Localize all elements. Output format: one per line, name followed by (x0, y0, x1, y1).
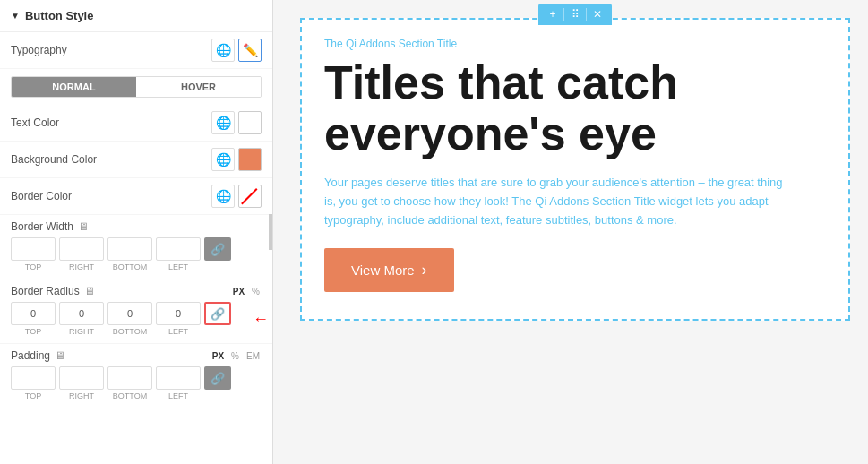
add-widget-btn[interactable]: + (544, 6, 562, 22)
px-unit-btn[interactable]: PX (231, 286, 246, 297)
border-radius-inputs: 🔗 (11, 302, 262, 325)
border-width-top[interactable] (11, 237, 56, 261)
border-color-row: Border Color 🌐 (0, 178, 272, 215)
border-width-section: Border Width 🖥 🔗 TOP RIGHT BOTTOM LEFT (0, 215, 272, 279)
collapse-arrow-icon[interactable]: ▼ (11, 11, 20, 21)
em-unit-pad[interactable]: EM (245, 350, 262, 362)
padding-top[interactable] (11, 366, 56, 390)
border-radius-label: Border Radius (11, 285, 80, 297)
widget-toolbar: + ⠿ ✕ (538, 4, 612, 25)
border-width-bottom[interactable] (107, 237, 152, 261)
border-width-right[interactable] (59, 237, 104, 261)
border-radius-top[interactable] (11, 302, 56, 325)
padding-section: Padding 🖥 PX % EM 🔗 TOP RIGHT BOTTOM LEF… (0, 344, 272, 408)
qi-section-label: The Qi Addons Section Title (324, 38, 826, 50)
padding-link-btn[interactable]: 🔗 (204, 366, 231, 390)
padding-label: Padding (11, 349, 50, 362)
border-color-controls: 🌐 (211, 185, 262, 208)
padding-units: PX % EM (211, 350, 262, 362)
percent-unit-btn[interactable]: % (250, 286, 262, 297)
monitor-icon-pad: 🖥 (55, 349, 65, 362)
view-more-label: View More (351, 262, 415, 278)
border-radius-bottom[interactable] (107, 302, 152, 325)
border-radius-labels: TOP RIGHT BOTTOM LEFT (11, 327, 262, 336)
left-label-bw: LEFT (156, 262, 201, 271)
normal-hover-tabs: NORMAL HOVER (11, 76, 262, 98)
section-title: Button Style (25, 9, 94, 22)
right-label-pad: RIGHT (59, 391, 104, 400)
main-title: Titles that catch everyone's eye (324, 57, 826, 159)
border-width-left[interactable] (156, 237, 201, 261)
percent-unit-pad[interactable]: % (229, 350, 241, 362)
border-radius-section: Border Radius 🖥 PX % 🔗 TOP RIGHT BOTTOM … (0, 279, 272, 344)
monitor-icon-br: 🖥 (84, 285, 95, 297)
background-color-label: Background Color (11, 153, 97, 166)
globe-icon-border[interactable]: 🌐 (211, 185, 235, 208)
close-widget-btn[interactable]: ✕ (589, 6, 606, 22)
border-color-swatch[interactable] (238, 185, 262, 208)
padding-header: Padding 🖥 PX % EM (11, 349, 262, 362)
widget-container: + ⠿ ✕ The Qi Addons Section Title Titles… (300, 18, 850, 321)
typography-label: Typography (11, 44, 67, 56)
text-color-label: Text Color (11, 116, 59, 129)
background-color-controls: 🌐 (211, 148, 262, 171)
text-color-controls: 🌐 (211, 111, 262, 134)
bottom-label-pad: BOTTOM (107, 391, 152, 400)
padding-inputs: 🔗 (11, 366, 262, 390)
padding-bottom[interactable] (107, 366, 152, 390)
border-width-inputs: 🔗 (11, 237, 262, 261)
text-color-swatch[interactable] (238, 111, 262, 134)
padding-left[interactable] (156, 366, 201, 390)
bottom-label-bw: BOTTOM (107, 262, 152, 271)
border-width-link-btn[interactable]: 🔗 (204, 237, 231, 261)
right-panel: + ⠿ ✕ The Qi Addons Section Title Titles… (273, 0, 868, 464)
view-more-arrow: › (422, 261, 427, 279)
right-label-br: RIGHT (59, 327, 104, 336)
typography-row: Typography 🌐 ✏️ (0, 32, 272, 69)
border-radius-units: PX % (231, 286, 262, 297)
px-unit-pad[interactable]: PX (211, 350, 226, 362)
text-color-row: Text Color 🌐 (0, 105, 272, 142)
top-label-bw: TOP (11, 262, 56, 271)
globe-icon-typography[interactable]: 🌐 (211, 39, 235, 62)
border-radius-left[interactable] (156, 302, 201, 325)
left-label-pad: LEFT (156, 391, 201, 400)
bottom-label-br: BOTTOM (107, 327, 152, 336)
padding-right[interactable] (59, 366, 104, 390)
top-label-pad: TOP (11, 391, 56, 400)
background-color-swatch[interactable] (238, 148, 262, 171)
toolbar-divider-2 (586, 8, 587, 21)
left-panel: ▼ Button Style Typography 🌐 ✏️ NORMAL HO… (0, 0, 273, 464)
border-width-labels: TOP RIGHT BOTTOM LEFT (11, 262, 262, 271)
border-width-label: Border Width (11, 220, 73, 233)
background-color-row: Background Color 🌐 (0, 142, 272, 178)
red-arrow-annotation: ← (253, 310, 269, 329)
hover-tab[interactable]: HOVER (136, 77, 261, 97)
left-label-br: LEFT (156, 327, 201, 336)
monitor-icon-bw: 🖥 (78, 220, 89, 233)
typography-controls: 🌐 ✏️ (211, 39, 262, 62)
globe-icon-bg[interactable]: 🌐 (211, 148, 235, 171)
border-width-header: Border Width 🖥 (11, 220, 262, 233)
border-radius-link-btn[interactable]: 🔗 (204, 302, 231, 325)
view-more-button[interactable]: View More › (324, 248, 454, 292)
right-label-bw: RIGHT (59, 262, 104, 271)
edit-icon-typography[interactable]: ✏️ (238, 39, 262, 62)
globe-icon-text[interactable]: 🌐 (211, 111, 235, 134)
border-radius-right[interactable] (59, 302, 104, 325)
description-text: Your pages deserve titles that are sure … (324, 174, 790, 229)
move-widget-btn[interactable]: ⠿ (566, 6, 584, 22)
border-color-label: Border Color (11, 190, 72, 202)
padding-labels: TOP RIGHT BOTTOM LEFT (11, 391, 262, 400)
section-header: ▼ Button Style (0, 0, 272, 32)
toolbar-divider-1 (563, 8, 564, 21)
normal-tab[interactable]: NORMAL (12, 77, 136, 97)
border-radius-header: Border Radius 🖥 PX % (11, 285, 262, 297)
top-label-br: TOP (11, 327, 56, 336)
